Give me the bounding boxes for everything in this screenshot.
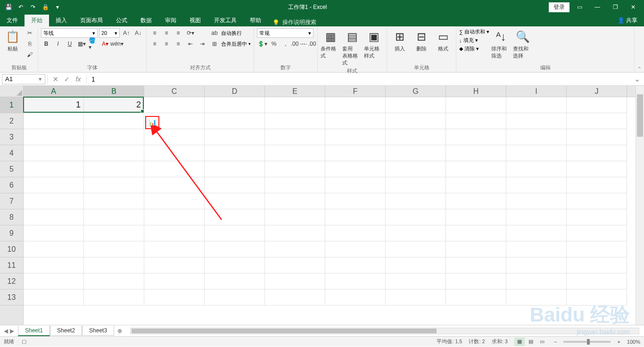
cancel-formula-button[interactable]: ✕ <box>50 75 61 83</box>
cell-styles-button[interactable]: ▣单元格样式 <box>364 27 384 59</box>
insert-function-button[interactable]: fx <box>73 75 83 83</box>
col-header-D[interactable]: D <box>205 86 265 97</box>
clear-button[interactable]: ◆清除▾ <box>459 45 489 52</box>
cell[interactable] <box>265 161 325 177</box>
cell[interactable] <box>24 145 84 161</box>
cell[interactable] <box>24 177 84 193</box>
cell[interactable] <box>386 209 446 225</box>
tab-formulas[interactable]: 公式 <box>109 15 134 26</box>
decrease-indent-button[interactable]: ⇤ <box>185 39 196 49</box>
cell[interactable] <box>506 177 567 193</box>
percent-button[interactable]: % <box>269 39 279 49</box>
cell[interactable] <box>84 161 144 177</box>
row-header-5[interactable]: 5 <box>0 161 23 177</box>
row-header-4[interactable]: 4 <box>0 145 23 161</box>
cell[interactable] <box>144 273 205 289</box>
cell[interactable] <box>205 145 265 161</box>
tab-page-layout[interactable]: 页面布局 <box>74 15 109 26</box>
cell[interactable] <box>84 241 144 257</box>
fill-color-button[interactable]: 🪣▾ <box>88 39 99 49</box>
tab-file[interactable]: 文件 <box>0 15 25 26</box>
cut-button[interactable]: ✂ <box>25 28 35 38</box>
cell[interactable] <box>24 241 84 257</box>
qat-dropdown[interactable]: ▾ <box>52 1 63 13</box>
cell-A1[interactable]: 1 <box>24 97 84 113</box>
cell[interactable] <box>24 257 84 273</box>
cell[interactable] <box>506 225 567 241</box>
row-header-2[interactable]: 2 <box>0 113 23 129</box>
cell[interactable] <box>265 193 325 209</box>
cell[interactable] <box>567 257 627 273</box>
normal-view-button[interactable]: ▦ <box>514 338 525 346</box>
tell-me-search[interactable]: 💡 操作说明搜索 <box>268 18 321 26</box>
minimize-button[interactable]: — <box>589 0 605 14</box>
cell[interactable] <box>446 113 506 129</box>
cell[interactable] <box>386 225 446 241</box>
cell[interactable] <box>386 145 446 161</box>
align-bottom-button[interactable]: ≡ <box>173 28 183 38</box>
decrease-font-button[interactable]: A↓ <box>133 28 143 38</box>
confirm-formula-button[interactable]: ✓ <box>62 75 72 83</box>
cell[interactable] <box>24 193 84 209</box>
cell[interactable] <box>84 145 144 161</box>
conditional-format-button[interactable]: ▦条件格式 <box>321 27 340 59</box>
expand-formula-bar[interactable]: ⌄ <box>630 74 644 83</box>
cell[interactable] <box>567 193 627 209</box>
page-break-view-button[interactable]: ▭ <box>537 338 547 346</box>
cell[interactable] <box>325 257 386 273</box>
cell[interactable] <box>205 209 265 225</box>
sheet-next-button[interactable]: ▶ <box>10 328 14 334</box>
cell[interactable] <box>24 273 84 289</box>
cell[interactable] <box>265 257 325 273</box>
cell[interactable] <box>265 241 325 257</box>
cell[interactable] <box>446 225 506 241</box>
increase-indent-button[interactable]: ⇥ <box>197 39 207 49</box>
cell[interactable] <box>325 193 386 209</box>
cell[interactable] <box>205 273 265 289</box>
row-header-1[interactable]: 1 <box>0 97 23 113</box>
format-as-table-button[interactable]: ▤套用 表格格式 <box>342 27 362 66</box>
col-header-J[interactable]: J <box>567 86 627 97</box>
worksheet-grid[interactable]: A B C D E F G H I J 1 2 3 4 5 6 7 8 9 10… <box>0 86 644 325</box>
format-painter-button[interactable]: 🖌 <box>25 50 35 59</box>
cell[interactable] <box>24 113 84 129</box>
cell[interactable] <box>265 273 325 289</box>
zoom-in-button[interactable]: + <box>617 339 620 345</box>
sheet-tab-2[interactable]: Sheet2 <box>50 326 82 336</box>
cell-B1[interactable]: 2 <box>84 97 144 113</box>
col-header-C[interactable]: C <box>144 86 205 97</box>
bold-button[interactable]: B <box>41 39 51 49</box>
cell[interactable] <box>144 241 205 257</box>
add-sheet-button[interactable]: ⊕ <box>114 328 125 334</box>
cell[interactable] <box>567 161 627 177</box>
row-header-9[interactable]: 9 <box>0 225 23 241</box>
tab-review[interactable]: 审阅 <box>158 15 183 26</box>
cell-G1[interactable] <box>386 97 446 113</box>
login-button[interactable]: 登录 <box>549 2 570 12</box>
increase-decimal-button[interactable]: .00→ <box>292 39 303 49</box>
italic-button[interactable]: I <box>53 39 63 49</box>
ribbon-options-icon[interactable]: ▭ <box>571 0 587 14</box>
cell[interactable] <box>386 113 446 129</box>
col-header-G[interactable]: G <box>386 86 446 97</box>
cell[interactable] <box>325 225 386 241</box>
align-middle-button[interactable]: ≡ <box>161 28 172 38</box>
touch-mode-button[interactable]: 🔒 <box>40 1 51 13</box>
decrease-decimal-button[interactable]: ←.00 <box>304 39 314 49</box>
cell[interactable] <box>24 225 84 241</box>
cell[interactable] <box>205 225 265 241</box>
cell[interactable] <box>325 113 386 129</box>
cell[interactable] <box>446 177 506 193</box>
cell[interactable] <box>144 225 205 241</box>
cell[interactable] <box>265 225 325 241</box>
cell[interactable] <box>265 145 325 161</box>
cell[interactable] <box>84 193 144 209</box>
cell[interactable] <box>265 129 325 145</box>
col-header-H[interactable]: H <box>446 86 506 97</box>
cell[interactable] <box>567 273 627 289</box>
delete-cells-button[interactable]: ⊟删除 <box>412 27 431 52</box>
zoom-slider[interactable] <box>563 341 611 343</box>
page-layout-view-button[interactable]: ▤ <box>526 338 536 346</box>
row-header-11[interactable]: 11 <box>0 257 23 273</box>
font-color-button[interactable]: A▾ <box>100 39 110 49</box>
